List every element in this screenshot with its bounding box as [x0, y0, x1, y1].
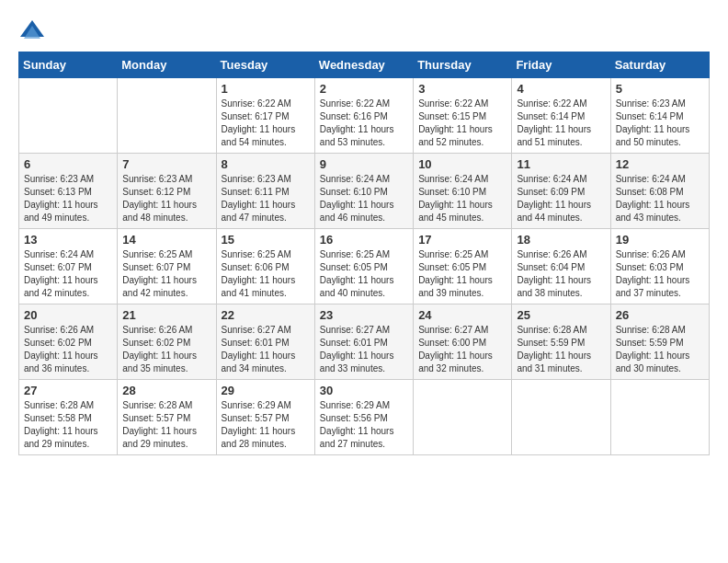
day-number: 9 — [320, 157, 408, 171]
day-number: 3 — [418, 82, 506, 96]
day-info: Sunrise: 6:27 AMSunset: 6:01 PMDaylight:… — [222, 324, 310, 375]
day-info: Sunrise: 6:22 AMSunset: 6:14 PMDaylight:… — [517, 98, 605, 149]
calendar-header-row: SundayMondayTuesdayWednesdayThursdayFrid… — [19, 52, 710, 78]
calendar-cell: 14Sunrise: 6:25 AMSunset: 6:07 PMDayligh… — [118, 229, 216, 304]
calendar-cell — [414, 380, 512, 455]
day-number: 14 — [122, 233, 210, 247]
calendar-cell: 5Sunrise: 6:23 AMSunset: 6:14 PMDaylight… — [610, 78, 709, 154]
calendar-week-row: 13Sunrise: 6:24 AMSunset: 6:07 PMDayligh… — [19, 229, 710, 304]
day-info: Sunrise: 6:25 AMSunset: 6:05 PMDaylight:… — [320, 248, 408, 300]
day-number: 11 — [517, 157, 605, 171]
day-number: 10 — [418, 157, 506, 171]
day-info: Sunrise: 6:28 AMSunset: 5:58 PMDaylight:… — [24, 399, 112, 451]
day-number: 13 — [24, 233, 112, 247]
day-info: Sunrise: 6:27 AMSunset: 6:01 PMDaylight:… — [320, 324, 408, 375]
day-info: Sunrise: 6:29 AMSunset: 5:57 PMDaylight:… — [222, 399, 310, 451]
day-number: 1 — [222, 82, 310, 96]
calendar-cell: 23Sunrise: 6:27 AMSunset: 6:01 PMDayligh… — [314, 304, 413, 380]
day-number: 20 — [24, 308, 112, 322]
calendar-cell: 15Sunrise: 6:25 AMSunset: 6:06 PMDayligh… — [216, 229, 314, 304]
day-info: Sunrise: 6:26 AMSunset: 6:02 PMDaylight:… — [122, 324, 210, 375]
day-number: 23 — [320, 308, 408, 322]
day-info: Sunrise: 6:24 AMSunset: 6:08 PMDaylight:… — [616, 173, 704, 224]
column-header-saturday: Saturday — [610, 52, 709, 78]
day-info: Sunrise: 6:28 AMSunset: 5:59 PMDaylight:… — [616, 324, 704, 375]
calendar-cell: 2Sunrise: 6:22 AMSunset: 6:16 PMDaylight… — [314, 78, 413, 154]
day-info: Sunrise: 6:24 AMSunset: 6:09 PMDaylight:… — [517, 173, 605, 224]
calendar-cell — [118, 78, 216, 154]
day-info: Sunrise: 6:27 AMSunset: 6:00 PMDaylight:… — [418, 324, 506, 375]
calendar-cell: 24Sunrise: 6:27 AMSunset: 6:00 PMDayligh… — [414, 304, 512, 380]
day-number: 24 — [418, 308, 506, 322]
day-number: 4 — [517, 82, 605, 96]
calendar-cell: 26Sunrise: 6:28 AMSunset: 5:59 PMDayligh… — [610, 304, 709, 380]
calendar-cell: 22Sunrise: 6:27 AMSunset: 6:01 PMDayligh… — [216, 304, 314, 380]
calendar-week-row: 6Sunrise: 6:23 AMSunset: 6:13 PMDaylight… — [19, 154, 710, 229]
day-info: Sunrise: 6:24 AMSunset: 6:10 PMDaylight:… — [320, 173, 408, 224]
day-info: Sunrise: 6:23 AMSunset: 6:12 PMDaylight:… — [122, 173, 210, 224]
day-info: Sunrise: 6:24 AMSunset: 6:07 PMDaylight:… — [24, 248, 112, 300]
day-info: Sunrise: 6:25 AMSunset: 6:07 PMDaylight:… — [122, 248, 210, 300]
day-number: 12 — [616, 157, 704, 171]
day-info: Sunrise: 6:23 AMSunset: 6:14 PMDaylight:… — [616, 98, 704, 149]
calendar-cell: 1Sunrise: 6:22 AMSunset: 6:17 PMDaylight… — [216, 78, 314, 154]
day-number: 22 — [222, 308, 310, 322]
day-info: Sunrise: 6:25 AMSunset: 6:05 PMDaylight:… — [418, 248, 506, 300]
column-header-monday: Monday — [118, 52, 216, 78]
day-number: 26 — [616, 308, 704, 322]
day-number: 16 — [320, 233, 408, 247]
day-number: 18 — [517, 233, 605, 247]
calendar-cell: 21Sunrise: 6:26 AMSunset: 6:02 PMDayligh… — [118, 304, 216, 380]
day-info: Sunrise: 6:22 AMSunset: 6:17 PMDaylight:… — [222, 98, 310, 149]
day-number: 17 — [418, 233, 506, 247]
day-number: 15 — [222, 233, 310, 247]
calendar-cell: 13Sunrise: 6:24 AMSunset: 6:07 PMDayligh… — [19, 229, 118, 304]
day-info: Sunrise: 6:28 AMSunset: 5:57 PMDaylight:… — [122, 399, 210, 451]
calendar-cell: 6Sunrise: 6:23 AMSunset: 6:13 PMDaylight… — [19, 154, 118, 229]
day-number: 25 — [517, 308, 605, 322]
column-header-friday: Friday — [512, 52, 610, 78]
calendar-cell: 4Sunrise: 6:22 AMSunset: 6:14 PMDaylight… — [512, 78, 610, 154]
column-header-thursday: Thursday — [414, 52, 512, 78]
day-info: Sunrise: 6:26 AMSunset: 6:04 PMDaylight:… — [517, 248, 605, 300]
calendar-week-row: 1Sunrise: 6:22 AMSunset: 6:17 PMDaylight… — [19, 78, 710, 154]
day-number: 21 — [122, 308, 210, 322]
day-number: 29 — [222, 384, 310, 397]
day-number: 19 — [616, 233, 704, 247]
calendar-cell — [19, 78, 118, 154]
calendar-cell: 29Sunrise: 6:29 AMSunset: 5:57 PMDayligh… — [216, 380, 314, 455]
day-number: 28 — [122, 384, 210, 397]
day-number: 27 — [24, 384, 112, 397]
day-info: Sunrise: 6:29 AMSunset: 5:56 PMDaylight:… — [320, 399, 408, 451]
logo-icon — [18, 18, 46, 42]
column-header-wednesday: Wednesday — [314, 52, 413, 78]
day-number: 5 — [616, 82, 704, 96]
calendar-cell: 9Sunrise: 6:24 AMSunset: 6:10 PMDaylight… — [314, 154, 413, 229]
calendar-cell — [512, 380, 610, 455]
calendar-cell: 12Sunrise: 6:24 AMSunset: 6:08 PMDayligh… — [610, 154, 709, 229]
calendar-cell: 28Sunrise: 6:28 AMSunset: 5:57 PMDayligh… — [118, 380, 216, 455]
calendar-cell: 30Sunrise: 6:29 AMSunset: 5:56 PMDayligh… — [314, 380, 413, 455]
calendar-cell: 18Sunrise: 6:26 AMSunset: 6:04 PMDayligh… — [512, 229, 610, 304]
calendar-cell: 25Sunrise: 6:28 AMSunset: 5:59 PMDayligh… — [512, 304, 610, 380]
day-info: Sunrise: 6:22 AMSunset: 6:16 PMDaylight:… — [320, 98, 408, 149]
calendar-cell: 20Sunrise: 6:26 AMSunset: 6:02 PMDayligh… — [19, 304, 118, 380]
calendar-cell: 16Sunrise: 6:25 AMSunset: 6:05 PMDayligh… — [314, 229, 413, 304]
day-number: 6 — [24, 157, 112, 171]
calendar-cell: 10Sunrise: 6:24 AMSunset: 6:10 PMDayligh… — [414, 154, 512, 229]
calendar-cell: 17Sunrise: 6:25 AMSunset: 6:05 PMDayligh… — [414, 229, 512, 304]
calendar-cell: 8Sunrise: 6:23 AMSunset: 6:11 PMDaylight… — [216, 154, 314, 229]
day-info: Sunrise: 6:22 AMSunset: 6:15 PMDaylight:… — [418, 98, 506, 149]
day-info: Sunrise: 6:24 AMSunset: 6:10 PMDaylight:… — [418, 173, 506, 224]
page-header — [18, 18, 710, 42]
day-info: Sunrise: 6:26 AMSunset: 6:03 PMDaylight:… — [616, 248, 704, 300]
day-info: Sunrise: 6:28 AMSunset: 5:59 PMDaylight:… — [517, 324, 605, 375]
calendar-cell: 7Sunrise: 6:23 AMSunset: 6:12 PMDaylight… — [118, 154, 216, 229]
column-header-sunday: Sunday — [19, 52, 118, 78]
day-number: 8 — [222, 157, 310, 171]
day-number: 7 — [122, 157, 210, 171]
logo — [18, 18, 46, 42]
day-info: Sunrise: 6:23 AMSunset: 6:11 PMDaylight:… — [222, 173, 310, 224]
calendar-cell: 27Sunrise: 6:28 AMSunset: 5:58 PMDayligh… — [19, 380, 118, 455]
calendar-week-row: 27Sunrise: 6:28 AMSunset: 5:58 PMDayligh… — [19, 380, 710, 455]
